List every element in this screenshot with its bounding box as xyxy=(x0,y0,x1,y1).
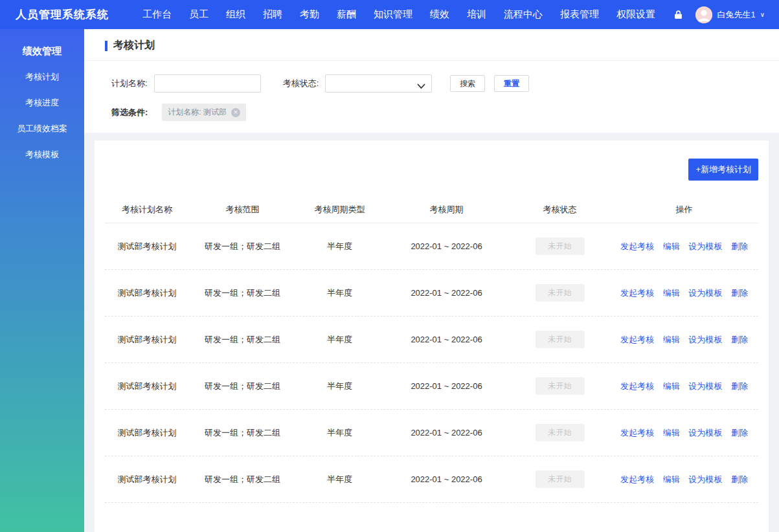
action-delete[interactable]: 删除 xyxy=(731,335,748,344)
main-content: 考核计划 计划名称: 考核状态: 搜索 重置 筛选条件: 计划名称 xyxy=(84,29,779,532)
action-delete[interactable]: 删除 xyxy=(731,288,748,298)
action-set-template[interactable]: 设为模板 xyxy=(688,381,722,391)
sidebar-item-0[interactable]: 考核计划 xyxy=(0,64,84,90)
action-delete[interactable]: 删除 xyxy=(731,474,748,484)
cell-plan-name: 测试部考核计划 xyxy=(105,287,189,299)
action-edit[interactable]: 编辑 xyxy=(663,381,680,391)
sidebar-title: 绩效管理 xyxy=(0,37,84,64)
nav-item-5[interactable]: 薪酬 xyxy=(337,8,356,21)
cell-scope: 研发一组；研发二组 xyxy=(189,381,296,392)
page-title: 考核计划 xyxy=(113,39,155,52)
chevron-down-icon xyxy=(417,82,425,91)
nav-item-1[interactable]: 员工 xyxy=(189,8,209,21)
action-edit[interactable]: 编辑 xyxy=(663,335,680,344)
lock-icon[interactable] xyxy=(674,10,683,19)
action-set-template[interactable]: 设为模板 xyxy=(688,335,722,344)
cell-status: 未开始 xyxy=(510,424,610,441)
spacer xyxy=(84,133,779,140)
app-logo: 人员管理系统系统 xyxy=(16,7,109,22)
cell-cycle-type: 半年度 xyxy=(296,334,383,346)
title-accent-bar xyxy=(105,41,107,51)
column-header-4: 考核状态 xyxy=(510,204,610,216)
reset-button[interactable]: 重置 xyxy=(494,75,529,92)
action-edit[interactable]: 编辑 xyxy=(663,428,680,438)
sidebar-item-3[interactable]: 考核模板 xyxy=(0,142,84,168)
action-start-review[interactable]: 发起考核 xyxy=(620,241,654,251)
cell-cycle-type: 半年度 xyxy=(296,241,383,252)
action-start-review[interactable]: 发起考核 xyxy=(620,288,654,298)
status-badge: 未开始 xyxy=(536,377,585,395)
action-delete[interactable]: 删除 xyxy=(731,241,748,251)
action-delete[interactable]: 删除 xyxy=(731,428,748,438)
nav-item-6[interactable]: 知识管理 xyxy=(374,8,412,21)
main-nav: 工作台员工组织招聘考勤薪酬知识管理绩效培训流程中心报表管理权限设置 xyxy=(142,8,655,21)
nav-item-10[interactable]: 报表管理 xyxy=(560,8,599,21)
avatar xyxy=(695,6,712,23)
cell-scope: 研发一组；研发二组 xyxy=(189,287,296,299)
topbar: 人员管理系统系统 工作台员工组织招聘考勤薪酬知识管理绩效培训流程中心报表管理权限… xyxy=(0,0,779,29)
cell-scope: 研发一组；研发二组 xyxy=(189,427,296,439)
table-row: 测试部考核计划 研发一组；研发二组 半年度 2022-01 ~ 2022-06 … xyxy=(105,410,758,456)
nav-item-0[interactable]: 工作台 xyxy=(142,8,172,21)
status-select[interactable] xyxy=(325,74,432,93)
action-set-template[interactable]: 设为模板 xyxy=(688,241,722,251)
action-edit[interactable]: 编辑 xyxy=(663,241,680,251)
add-plan-button[interactable]: +新增考核计划 xyxy=(688,159,758,181)
action-set-template[interactable]: 设为模板 xyxy=(688,428,722,438)
applied-filters-label: 筛选条件: xyxy=(111,107,148,118)
card-header: +新增考核计划 xyxy=(105,150,758,196)
cell-plan-name: 测试部考核计划 xyxy=(105,474,189,485)
cell-cycle-type: 半年度 xyxy=(296,474,383,485)
status-badge: 未开始 xyxy=(536,424,585,441)
page-title-row: 考核计划 xyxy=(84,29,779,60)
table-row: 测试部考核计划 研发一组；研发二组 半年度 2022-01 ~ 2022-06 … xyxy=(105,456,758,503)
column-header-3: 考核周期 xyxy=(383,204,510,216)
action-set-template[interactable]: 设为模板 xyxy=(688,474,722,484)
nav-item-2[interactable]: 组织 xyxy=(226,8,245,21)
table-body: 测试部考核计划 研发一组；研发二组 半年度 2022-01 ~ 2022-06 … xyxy=(105,223,758,503)
sidebar-item-2[interactable]: 员工绩效档案 xyxy=(0,116,84,142)
cell-status: 未开始 xyxy=(510,471,610,488)
cell-plan-name: 测试部考核计划 xyxy=(105,334,189,346)
filter-tag-text: 计划名称: 测试部 xyxy=(168,107,227,118)
filter-row: 计划名称: 考核状态: 搜索 重置 xyxy=(84,61,779,93)
status-badge: 未开始 xyxy=(536,471,585,488)
action-start-review[interactable]: 发起考核 xyxy=(620,335,654,344)
username: 白兔先生1 xyxy=(717,9,755,21)
table-row: 测试部考核计划 研发一组；研发二组 半年度 2022-01 ~ 2022-06 … xyxy=(105,270,758,316)
cell-cycle-type: 半年度 xyxy=(296,427,383,439)
action-edit[interactable]: 编辑 xyxy=(663,288,680,298)
nav-item-9[interactable]: 流程中心 xyxy=(504,8,543,21)
cell-status: 未开始 xyxy=(510,284,610,302)
nav-item-11[interactable]: 权限设置 xyxy=(616,8,655,21)
action-start-review[interactable]: 发起考核 xyxy=(620,381,654,391)
table-row: 测试部考核计划 研发一组；研发二组 半年度 2022-01 ~ 2022-06 … xyxy=(105,363,758,410)
cell-cycle: 2022-01 ~ 2022-06 xyxy=(383,241,510,251)
nav-item-3[interactable]: 招聘 xyxy=(263,8,282,21)
nav-item-8[interactable]: 培训 xyxy=(467,8,486,21)
action-delete[interactable]: 删除 xyxy=(731,381,748,391)
plan-name-input[interactable] xyxy=(154,74,261,93)
table-row: 测试部考核计划 研发一组；研发二组 半年度 2022-01 ~ 2022-06 … xyxy=(105,223,758,270)
action-start-review[interactable]: 发起考核 xyxy=(620,428,654,438)
cell-cycle: 2022-01 ~ 2022-06 xyxy=(383,288,510,298)
action-start-review[interactable]: 发起考核 xyxy=(620,474,654,484)
filter-panel: 考核计划 计划名称: 考核状态: 搜索 重置 筛选条件: 计划名称 xyxy=(84,29,779,133)
sidebar-item-1[interactable]: 考核进度 xyxy=(0,90,84,116)
cell-cycle: 2022-01 ~ 2022-06 xyxy=(383,474,510,484)
user-menu[interactable]: 白兔先生1 ∨ xyxy=(695,6,765,23)
action-set-template[interactable]: 设为模板 xyxy=(688,288,722,298)
close-icon[interactable]: × xyxy=(231,108,240,117)
cell-cycle: 2022-01 ~ 2022-06 xyxy=(383,381,510,391)
action-edit[interactable]: 编辑 xyxy=(663,474,680,484)
cell-actions: 发起考核 编辑 设为模板 删除 xyxy=(610,427,758,439)
chevron-down-icon: ∨ xyxy=(760,11,765,18)
nav-item-7[interactable]: 绩效 xyxy=(430,8,449,21)
table-row: 测试部考核计划 研发一组；研发二组 半年度 2022-01 ~ 2022-06 … xyxy=(105,316,758,363)
plan-table-card: +新增考核计划 考核计划名称考核范围考核周期类型考核周期考核状态操作 测试部考核… xyxy=(95,140,769,532)
filter-tag: 计划名称: 测试部 × xyxy=(162,104,246,121)
cell-status: 未开始 xyxy=(510,238,610,255)
nav-item-4[interactable]: 考勤 xyxy=(300,8,319,21)
search-button[interactable]: 搜索 xyxy=(450,75,485,92)
status-badge: 未开始 xyxy=(536,331,585,348)
